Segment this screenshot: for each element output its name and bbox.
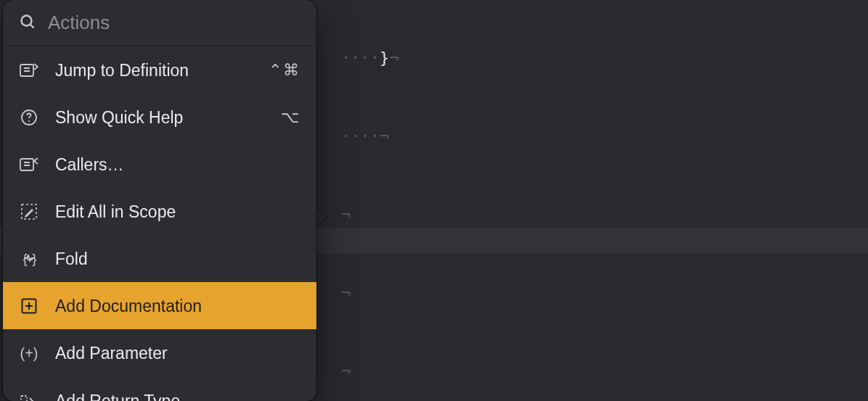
add-doc-icon (19, 298, 39, 314)
menu-item-label: Jump to Definition (55, 61, 253, 80)
menu-item-add-parameter[interactable]: (+) Add Parameter (3, 329, 316, 376)
menu-item-edit-all-in-scope[interactable]: Edit All in Scope (3, 188, 316, 235)
menu-item-label: Edit All in Scope (55, 202, 300, 222)
code-area[interactable]: ····}¬ ····¬ ¬ ¬ ¬ /// Description ¬ ///… (341, 0, 868, 401)
fold-icon: {···} (19, 252, 39, 267)
svg-point-4 (28, 120, 30, 122)
help-icon (19, 109, 39, 126)
menu-item-label: Add Documentation (55, 297, 300, 316)
actions-search-row (3, 0, 316, 46)
svg-rect-8 (21, 396, 27, 402)
search-icon (19, 13, 36, 33)
code-line: ¬ (341, 280, 868, 306)
add-return-icon (19, 394, 39, 402)
edit-scope-icon (19, 203, 39, 220)
menu-item-add-documentation[interactable]: Add Documentation (3, 282, 316, 329)
actions-search-input[interactable] (48, 12, 300, 34)
menu-item-shortcut: ⌥ (281, 108, 300, 127)
popover-arrow (315, 207, 327, 228)
code-line: ····}¬ (341, 45, 868, 71)
actions-popover: Jump to Definition ⌃⌘ Show Quick Help ⌥ (3, 0, 316, 401)
menu-item-jump-to-definition[interactable]: Jump to Definition ⌃⌘ (3, 46, 316, 94)
add-param-icon: (+) (19, 345, 39, 362)
callers-icon (19, 157, 39, 173)
menu-item-label: Callers… (55, 155, 300, 175)
menu-item-label: Add Return Type (55, 392, 300, 401)
jump-icon (19, 62, 39, 78)
menu-item-fold[interactable]: {···} Fold (3, 235, 316, 282)
menu-item-label: Add Parameter (55, 344, 300, 363)
actions-menu: Jump to Definition ⌃⌘ Show Quick Help ⌥ (3, 46, 316, 401)
menu-item-add-return-type[interactable]: Add Return Type (3, 376, 316, 401)
svg-point-0 (22, 15, 32, 25)
svg-rect-2 (20, 65, 33, 76)
menu-item-show-quick-help[interactable]: Show Quick Help ⌥ (3, 94, 316, 141)
menu-item-label: Show Quick Help (55, 108, 265, 128)
menu-item-label: Fold (55, 249, 300, 269)
code-line: ¬ (341, 358, 868, 384)
code-line: ¬ (341, 202, 868, 228)
menu-item-shortcut: ⌃⌘ (269, 61, 300, 80)
svg-line-1 (30, 24, 34, 28)
code-line: ····¬ (341, 123, 868, 149)
menu-item-callers[interactable]: Callers… (3, 141, 316, 188)
svg-rect-5 (20, 159, 33, 170)
